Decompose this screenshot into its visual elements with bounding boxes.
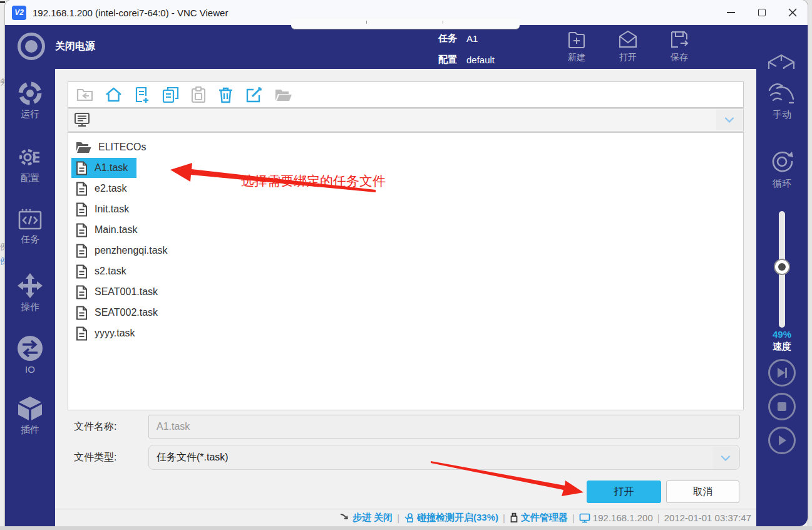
file-row[interactable]: Main.task [71, 220, 146, 240]
sidebar-item-label: 任务 [21, 234, 39, 246]
speed-slider-handle[interactable] [774, 259, 790, 275]
chevron-down-icon [721, 455, 730, 461]
sidebar-item-run[interactable]: 运行 [5, 80, 55, 120]
sidebar-item-operate[interactable]: 操作 [5, 272, 55, 313]
separator: | [572, 512, 575, 523]
filename-input[interactable] [148, 415, 740, 439]
app-header: 关闭电源 任务 A1 配置 default 新建 [5, 25, 808, 69]
step-next-button[interactable] [768, 359, 796, 387]
step-arrow-icon [340, 513, 350, 522]
file-row[interactable]: e2.task [71, 179, 136, 199]
filetype-select[interactable]: 任务文件(*.task) [148, 445, 740, 470]
save-icon [668, 28, 691, 51]
open-button[interactable]: 打开 [587, 481, 661, 503]
new-file-button[interactable] [134, 86, 150, 103]
stop-icon [777, 402, 787, 412]
new-task-label: 新建 [568, 52, 585, 63]
path-dropdown-button[interactable] [716, 110, 743, 130]
close-button[interactable] [777, 0, 808, 25]
home-button[interactable] [105, 86, 122, 103]
file-name: Init.task [95, 204, 129, 215]
open-task-label: 打开 [619, 52, 637, 63]
sidebar-item-io[interactable]: IO [5, 335, 55, 375]
file-manager-status[interactable]: 文件管理器 [510, 512, 568, 524]
play-button[interactable] [768, 427, 796, 454]
hand-icon [767, 81, 797, 107]
task-file-icon [76, 244, 88, 258]
folder-open-icon [274, 87, 292, 102]
cancel-button[interactable]: 取消 [666, 481, 739, 503]
sidebar-item-label: 手动 [773, 109, 791, 121]
copy-button[interactable] [162, 86, 179, 103]
file-name: SEAT002.task [95, 307, 158, 318]
file-row[interactable]: SEAT002.task [71, 303, 167, 323]
stop-button[interactable] [768, 393, 796, 420]
vnc-toolbar-notch[interactable] [291, 19, 520, 29]
home-icon [105, 86, 122, 103]
collision-robot-icon [404, 512, 414, 523]
new-folder-icon [565, 28, 588, 51]
save-task-label: 保存 [671, 52, 688, 63]
file-row[interactable]: yyyy.task [71, 323, 144, 343]
new-task-button[interactable]: 新建 [558, 28, 595, 63]
separator: | [657, 512, 660, 523]
new-file-icon [134, 86, 150, 103]
gear-icon [17, 144, 43, 170]
power-label: 关闭电源 [55, 40, 95, 53]
rename-button[interactable] [245, 86, 262, 103]
open-mail-icon [617, 28, 639, 51]
sidebar-item-config[interactable]: 配置 [5, 144, 55, 184]
folder-up-button[interactable] [76, 87, 93, 102]
file-name: e2.task [95, 183, 127, 194]
trash-icon [218, 86, 234, 103]
monitor-icon [579, 513, 590, 523]
path-bar[interactable] [68, 108, 744, 132]
minimize-button[interactable] [716, 0, 746, 25]
file-row[interactable]: Init.task [71, 199, 138, 219]
power-icon [18, 33, 45, 60]
sidebar-item-task[interactable]: 任务 [5, 208, 55, 246]
background-glyph [0, 1, 5, 3]
annotation-text: 选择需要绑定的任务文件 [241, 172, 386, 190]
left-sidebar: 运行 配置 任务 操作 [5, 69, 55, 530]
paste-button[interactable] [191, 86, 206, 103]
close-icon [788, 8, 797, 17]
sidebar-item-plugin[interactable]: 插件 [5, 395, 55, 436]
open-folder-button[interactable] [274, 87, 292, 102]
file-row[interactable]: SEAT001.task [71, 282, 167, 302]
collision-status[interactable]: 碰撞检测开启(33%) [404, 512, 498, 524]
open-task-button[interactable]: 打开 [610, 28, 646, 63]
file-manager-text: 文件管理器 [521, 512, 568, 524]
sidebar-item-loop[interactable]: 循环 [756, 148, 808, 190]
task-file-icon [76, 182, 88, 196]
loop-icon [768, 148, 796, 175]
save-task-button[interactable]: 保存 [661, 28, 697, 63]
sidebar-item-label: 配置 [21, 172, 39, 184]
file-name: SEAT001.task [95, 286, 158, 298]
task-file-icon [76, 306, 88, 320]
file-row[interactable]: ELITECOs [71, 137, 155, 157]
file-name: s2.task [95, 266, 126, 277]
usb-icon [510, 512, 518, 523]
window-controls [716, 0, 808, 25]
step-mode-text: 步进 关闭 [352, 512, 393, 524]
step-mode-status[interactable]: 步进 关闭 [340, 512, 393, 524]
filetype-value: 任务文件(*.task) [157, 451, 229, 464]
task-label: 任务 [438, 33, 457, 44]
delete-button[interactable] [218, 86, 234, 103]
io-icon [16, 335, 44, 362]
code-window-icon [17, 208, 43, 232]
sidebar-item-manual[interactable]: 手动 [756, 81, 808, 121]
sidebar-item-label: 插件 [21, 424, 39, 436]
filetype-dropdown-button[interactable] [713, 447, 738, 469]
power-button[interactable]: 关闭电源 [18, 33, 95, 60]
cube-icon [16, 395, 44, 422]
file-row[interactable]: penzhengqi.task [71, 241, 177, 261]
file-name: A1.task [95, 162, 128, 174]
file-row[interactable]: s2.task [71, 261, 135, 281]
paste-icon [191, 86, 206, 103]
task-file-icon [76, 264, 88, 279]
file-row[interactable]: A1.task [71, 158, 136, 178]
maximize-button[interactable] [746, 0, 777, 25]
play-icon [776, 434, 788, 447]
